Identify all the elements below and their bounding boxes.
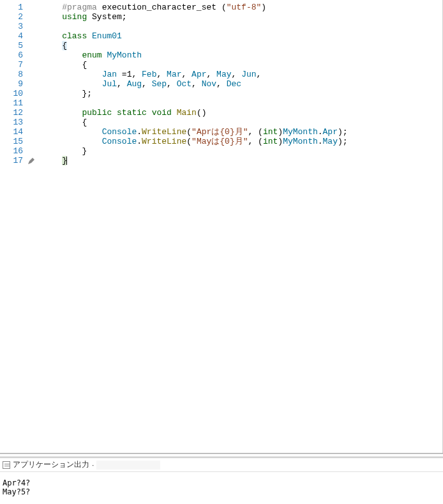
- line-number: 16: [3, 146, 23, 156]
- code-line[interactable]: Jul, Aug, Sep, Oct, Nov, Dec: [42, 79, 440, 89]
- margin-marker: [29, 3, 40, 12]
- margin-marker: [29, 60, 40, 70]
- line-number: 15: [3, 137, 23, 146]
- line-number: 3: [3, 22, 23, 31]
- line-number: 1: [3, 3, 23, 12]
- margin-marker: [29, 70, 40, 79]
- margin-marker: [29, 89, 40, 98]
- code-line[interactable]: };: [42, 89, 440, 98]
- line-number: 11: [3, 98, 23, 108]
- code-line[interactable]: [42, 98, 440, 108]
- code-line[interactable]: [42, 22, 440, 31]
- margin-marker: [29, 118, 40, 127]
- margin-marker: [29, 137, 40, 146]
- output-header-dot: ·: [92, 461, 94, 470]
- code-line[interactable]: public static void Main(): [42, 108, 440, 118]
- code-line[interactable]: Console.WriteLine("Mayは{0}月", (int)MyMon…: [42, 137, 440, 146]
- margin-marker: [29, 22, 40, 31]
- output-search-input[interactable]: [96, 461, 160, 470]
- pencil-icon: [28, 158, 34, 164]
- code-line[interactable]: {: [42, 118, 440, 127]
- line-number: 9: [3, 79, 23, 89]
- line-number: 13: [3, 118, 23, 127]
- output-console[interactable]: Apr?4? May?5?: [0, 472, 443, 504]
- code-line[interactable]: Console.WriteLine("Aprは{0}月", (int)MyMon…: [42, 127, 440, 137]
- line-number-gutter: 1234567891011121314151617: [0, 0, 29, 453]
- margin-marker: [29, 12, 40, 22]
- code-line[interactable]: #pragma execution_character_set ("utf-8"…: [42, 3, 440, 12]
- line-number: 12: [3, 108, 23, 118]
- margin-marker: [29, 146, 40, 156]
- pane-separator[interactable]: [0, 453, 443, 458]
- margin-marker: [29, 50, 40, 60]
- line-number: 2: [3, 12, 23, 22]
- line-number: 10: [3, 89, 23, 98]
- output-pane-header: アプリケーション出力 ·: [0, 458, 443, 472]
- output-list-icon: [3, 461, 10, 469]
- margin-marker: [29, 127, 40, 137]
- line-number: 8: [3, 70, 23, 79]
- code-line[interactable]: Jan =1, Feb, Mar, Apr, May, Jun,: [42, 70, 440, 79]
- margin-marker: [29, 41, 40, 50]
- output-header-label: アプリケーション出力: [13, 459, 89, 470]
- line-number: 6: [3, 50, 23, 60]
- line-number: 4: [3, 31, 23, 41]
- margin-marker: [29, 156, 40, 165]
- code-line[interactable]: }: [42, 156, 440, 165]
- line-number: 5: [3, 41, 23, 50]
- margin-marker: [29, 98, 40, 108]
- margin-marker: [29, 31, 40, 41]
- code-line[interactable]: class Enum01: [42, 31, 440, 41]
- code-line[interactable]: enum MyMonth: [42, 50, 440, 60]
- code-line[interactable]: {: [42, 60, 440, 70]
- code-line[interactable]: {: [42, 41, 440, 50]
- code-content[interactable]: #pragma execution_character_set ("utf-8"…: [40, 0, 442, 453]
- code-line[interactable]: using System;: [42, 12, 440, 22]
- line-number: 7: [3, 60, 23, 70]
- line-number: 14: [3, 127, 23, 137]
- margin-marker: [29, 79, 40, 89]
- margin-marker: [29, 108, 40, 118]
- code-editor[interactable]: 1234567891011121314151617 #pragma execut…: [0, 0, 443, 453]
- line-number: 17: [3, 156, 23, 165]
- code-line[interactable]: }: [42, 146, 440, 156]
- editor-margin: [29, 0, 40, 453]
